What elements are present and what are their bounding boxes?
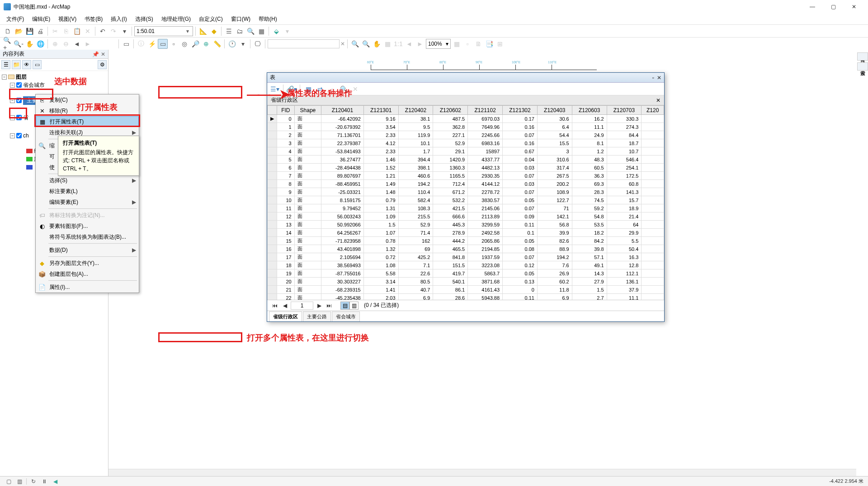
model-builder-button[interactable]: ⬙	[271, 26, 281, 36]
table-row[interactable]: 6面-28.4944381.52398.11360.34482.130.0331…	[268, 164, 664, 172]
table-row[interactable]: 4面-53.8414932.331.729.1158970.6731.210.7	[268, 147, 664, 156]
ctx-create-layer-package[interactable]: 📦创建图层包(A)...	[36, 269, 139, 279]
table-row[interactable]: 21面-68.2393151.4140.786.14161.43011.81.5…	[268, 286, 664, 294]
column-header[interactable]: Shape	[294, 106, 321, 115]
table-titlebar[interactable]: 表 ▫ ✕	[267, 73, 664, 83]
new-button[interactable]: 🗋	[3, 26, 13, 36]
time-slider-button[interactable]: 🕐	[227, 39, 237, 49]
layout-100[interactable]: 1:1	[393, 39, 403, 49]
menu-item[interactable]: 插入(I)	[107, 14, 130, 24]
table-row[interactable]: 10面8.1591750.79582.4532.23830.570.05122.…	[268, 196, 664, 204]
clear-selection-button[interactable]: ▫	[169, 39, 179, 49]
ctx-properties[interactable]: 📄属性(I)...	[36, 282, 139, 293]
attribute-table-tab[interactable]: 省级行政区	[269, 311, 302, 321]
ctx-data[interactable]: 数据(D)▶	[36, 245, 139, 255]
column-header[interactable]: Z121302	[503, 106, 538, 115]
list-by-visibility[interactable]: 👁	[22, 60, 31, 69]
grid-button[interactable]: ⊞	[495, 39, 505, 49]
layer-checkbox[interactable]	[16, 98, 22, 103]
table-options-button[interactable]: ☰▾	[270, 84, 280, 94]
restore-icon[interactable]: ▫	[652, 75, 654, 81]
undo-button[interactable]: ↶	[98, 26, 108, 36]
column-header[interactable]: Z120402	[398, 106, 433, 115]
table-row[interactable]: 5面36.274771.46394.41420.94337.770.04310.…	[268, 156, 664, 164]
data-driven-pages[interactable]: 📑	[484, 39, 494, 49]
redo-button[interactable]: ↷	[108, 26, 118, 36]
layout-back[interactable]: ◄	[404, 39, 414, 49]
table-row[interactable]: 13面50.9920661.552.9445.33299.590.1156.85…	[268, 221, 664, 229]
table-row[interactable]: 20面30.3032273.1480.5540.13871.680.1360.2…	[268, 278, 664, 286]
triangle-button[interactable]: ◀	[51, 477, 59, 486]
show-all-button[interactable]: ▤	[340, 302, 349, 310]
ctx-convert-symbology[interactable]: 将符号系统转换为制图表达(B)...	[36, 231, 139, 242]
zoom-pct-input[interactable]: 100%▾	[426, 39, 451, 49]
column-header[interactable]: FID	[277, 106, 295, 115]
close-button[interactable]: ✕	[844, 0, 864, 14]
expand-icon[interactable]: −	[10, 83, 15, 88]
cut-button[interactable]: ✂	[50, 26, 60, 36]
ctx-save-as-layer[interactable]: ◆另存为图层文件(Y)...	[36, 258, 139, 269]
table-row[interactable]: 1面-20.6793923.549.5362.87649.960.166.411…	[268, 123, 664, 131]
table-row[interactable]: 11面9.794521.31108.3421.52145.060.077159.…	[268, 204, 664, 212]
layer-label[interactable]: 省	[23, 114, 28, 122]
delete-selected-button[interactable]: ✕	[350, 84, 360, 94]
expand-icon[interactable]: −	[10, 133, 15, 138]
layout-pan[interactable]: ✋	[372, 39, 382, 49]
menu-item[interactable]: 视图(V)	[55, 14, 80, 24]
table-row[interactable]: 3面22.3793874.1210.152.96983.160.1615.58.…	[268, 139, 664, 147]
open-button[interactable]: 📂	[14, 26, 24, 36]
pan-button[interactable]: ✋	[24, 39, 34, 49]
menu-item[interactable]: 书签(B)	[81, 14, 106, 24]
prev-record-button[interactable]: ◀	[281, 302, 289, 310]
scale-dropdown-icon[interactable]: ▾	[184, 28, 191, 34]
full-extent-button[interactable]: 🌐	[35, 39, 45, 49]
layout-fwd[interactable]: ►	[415, 39, 425, 49]
last-record-button[interactable]: ⏭	[325, 302, 333, 310]
table-row[interactable]: 14面64.2562671.0771.4278.92492.580.139.91…	[268, 229, 664, 237]
switch-selection-button[interactable]: ⇄	[315, 84, 325, 94]
menu-item[interactable]: 窗口(W)	[227, 14, 254, 24]
expand-icon[interactable]: −	[10, 98, 15, 103]
attribute-table-tab[interactable]: 主要公路	[303, 311, 331, 321]
layer-label[interactable]: ch	[23, 132, 29, 139]
menu-item[interactable]: 文件(F)	[3, 14, 28, 24]
back-button[interactable]: ◄	[72, 39, 82, 49]
layers-root-label[interactable]: 图层	[16, 73, 27, 81]
expand-icon[interactable]: −	[2, 75, 7, 80]
ctx-selection[interactable]: 选择(S)▶	[36, 175, 139, 186]
ctx-label-features[interactable]: 标注要素(L)	[36, 186, 139, 197]
add-data-button[interactable]: ◆	[209, 26, 219, 36]
editor-toolbar-btn[interactable]: 📐	[198, 26, 208, 36]
menu-item[interactable]: 选择(S)	[132, 14, 157, 24]
attribute-table-tab[interactable]: 省会城市	[332, 311, 360, 321]
refresh-button[interactable]: ↻	[29, 477, 38, 486]
ctx-remove[interactable]: ✕移除(R)	[36, 105, 139, 116]
paste-button[interactable]: 📋	[72, 26, 82, 36]
find-input[interactable]	[268, 39, 340, 48]
layout-view-button[interactable]: ▥	[15, 477, 24, 486]
search-window-button[interactable]: 🔍	[245, 26, 255, 36]
toc-button[interactable]: ☰	[224, 26, 234, 36]
layout-zoom-out[interactable]: 🔍	[361, 39, 371, 49]
first-record-button[interactable]: ⏮	[271, 302, 279, 310]
more-button[interactable]: ▾	[282, 26, 292, 36]
copy-button[interactable]: ⎘	[61, 26, 71, 36]
select-by-rect-button[interactable]: ◎	[179, 39, 189, 49]
print-button[interactable]: 🖨	[35, 26, 45, 36]
layer-label[interactable]: 省会城市	[23, 81, 45, 89]
table-row[interactable]: 16面43.4018981.3269465.52194.850.0888.939…	[268, 245, 664, 253]
scale-field[interactable]	[137, 28, 184, 34]
table-row[interactable]: 12面56.0032431.09215.5666.62113.890.09142…	[268, 212, 664, 221]
forward-button[interactable]: ►	[83, 39, 93, 49]
catalog-tab[interactable]: 目录	[857, 52, 868, 61]
hyperlink-button[interactable]: ⚡	[147, 39, 157, 49]
scale-input[interactable]: ▾	[134, 26, 193, 36]
column-header[interactable]: Z120401	[321, 106, 364, 115]
horizontal-scrollbar[interactable]	[108, 469, 856, 476]
undo-dropdown[interactable]: ▾	[119, 26, 129, 36]
python-button[interactable]: ▦	[256, 26, 266, 36]
find-button[interactable]: 🔎	[190, 39, 200, 49]
catalog-button[interactable]: 🗂	[235, 26, 245, 36]
table-row[interactable]: ▶0面-66.420929.1638.1487.56970.030.1730.6…	[268, 115, 664, 123]
show-selected-button[interactable]: ▥	[349, 302, 359, 310]
